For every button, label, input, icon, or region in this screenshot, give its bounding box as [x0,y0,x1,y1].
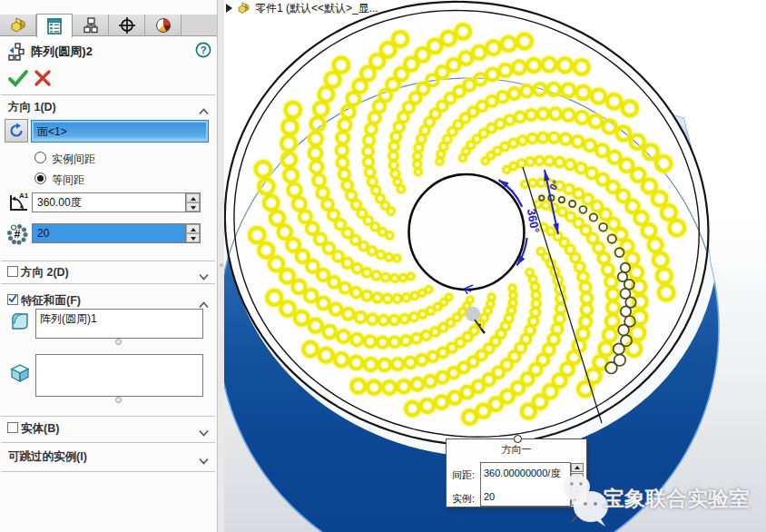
divider [1,416,215,417]
features-list-item[interactable]: 阵列(圆周)1 [40,312,97,325]
callout-title: 方向一 [447,443,586,457]
triangle-up-icon [191,228,196,232]
rotate-axis-icon [7,122,25,140]
angle-icon: A1 [6,191,30,218]
property-manager-panel: 阵列(圆周)2 ? 方向 1(D) [0,0,217,532]
group-direction2[interactable]: 方向 2(D) [0,263,217,281]
angle-value: 360.00度 [37,196,82,209]
divider [1,94,215,95]
features-faces-checkbox[interactable] [7,294,18,305]
group-direction2-label: 方向 2(D) [21,265,69,281]
feature-title-row: 阵列(圆周)2 ? [0,40,217,64]
circular-pattern-icon [5,41,27,66]
tree-expand-icon[interactable] [226,4,232,13]
direction2-checkbox[interactable] [7,266,18,277]
divider [1,261,215,261]
instance-count-icon: # [5,222,29,250]
spinner-down-button[interactable] [186,202,200,212]
divider [1,442,215,443]
part-icon [236,1,251,15]
graphics-viewport[interactable]: 360°0° 零件1 (默认<<默认>_显... 方向一 间距: 360.000… [224,0,766,532]
radio-equal-spacing-label: 等间距 [52,172,84,188]
display-icon [154,16,172,34]
tab-propertymanager[interactable] [36,14,73,37]
radio-instance-spacing[interactable] [34,152,46,163]
callout-leader-dot [514,435,522,443]
panel-splitter[interactable] [217,0,224,532]
tab-configurationmanager[interactable] [73,15,109,35]
help-glyph: ? [201,44,207,55]
group-direction1-label: 方向 1(D) [8,100,56,115]
divider [1,471,215,472]
chevron-down-icon[interactable] [199,452,209,468]
flyout-tree-header[interactable]: 零件1 (默认<<默认>_显... [226,0,378,16]
confirm-row [0,65,217,91]
pattern-axis-button[interactable] [5,119,28,143]
group-skip-instances-label: 可跳过的实例(I) [8,449,87,465]
group-bodies[interactable]: 实体(B) [0,419,217,438]
instance-count-value: 20 [33,224,185,242]
spinner-up-button[interactable] [186,193,200,202]
group-direction1[interactable]: 方向 1(D) [0,98,217,116]
dimxpert-icon [117,16,137,34]
callout-instances-value[interactable]: 20 [484,491,495,502]
splitter-grip [220,263,223,267]
angle-field[interactable]: 360.00度 [32,192,201,212]
resize-handle[interactable] [115,397,122,403]
triangle-down-icon [191,206,196,210]
triangle-up-icon [191,197,196,201]
spinner-down-button[interactable] [186,233,200,242]
chevron-down-icon[interactable] [199,424,209,440]
help-icon[interactable]: ? [195,42,211,58]
configuration-icon [82,16,100,34]
chevron-up-icon[interactable] [199,103,209,119]
pattern-axis-input[interactable]: 面<1> [31,120,209,143]
features-icon [10,311,30,335]
radio-equal-spacing[interactable] [34,172,46,184]
spinner-up-button[interactable] [186,224,200,233]
group-bodies-label: 实体(B) [21,421,59,437]
watermark: 宝象联合实验室 [556,465,766,532]
group-features-faces-label: 特征和面(F) [21,293,81,309]
callout-spacing-label: 间距: [452,468,475,482]
part-icon [8,16,28,34]
callout-spacing-value[interactable]: 360.00000000/度 [484,467,560,480]
feature-title: 阵列(圆周)2 [31,44,93,60]
watermark-text: 宝象联合实验室 [604,485,750,513]
tree-part-name: 零件1 (默认<<默认>_显... [255,1,378,16]
ok-button[interactable] [7,67,29,93]
property-icon [45,17,64,35]
resize-handle[interactable] [115,339,122,345]
cancel-button[interactable] [34,69,52,91]
divider [1,283,215,284]
tab-displaymanager[interactable] [145,15,182,35]
angle-spinner[interactable] [185,193,200,212]
triangle-down-icon [191,237,196,241]
bodies-checkbox[interactable] [7,422,18,433]
faces-icon [10,363,30,387]
instance-count-field[interactable]: 20 [32,223,201,243]
instance-count-spinner[interactable] [185,224,200,242]
features-to-pattern-list[interactable]: 阵列(圆周)1 [35,309,203,339]
callout-instances-label: 实例: [452,492,475,506]
chevron-down-icon[interactable] [199,268,209,284]
tab-featuremanager[interactable] [0,15,36,35]
panel-tab-strip [0,15,217,36]
count-icon-glyph: # [15,228,21,241]
radio-instance-spacing-label: 实例间距 [52,152,95,167]
tab-dimxpertmanager[interactable] [109,15,145,35]
group-features-faces[interactable]: 特征和面(F) [0,291,217,310]
solidworks-window: 阵列(圆周)2 ? 方向 1(D) [0,0,766,532]
faces-to-pattern-list[interactable] [35,354,203,397]
angle-icon-glyph: A1 [19,192,29,200]
group-skip-instances[interactable]: 可跳过的实例(I) [0,448,217,466]
